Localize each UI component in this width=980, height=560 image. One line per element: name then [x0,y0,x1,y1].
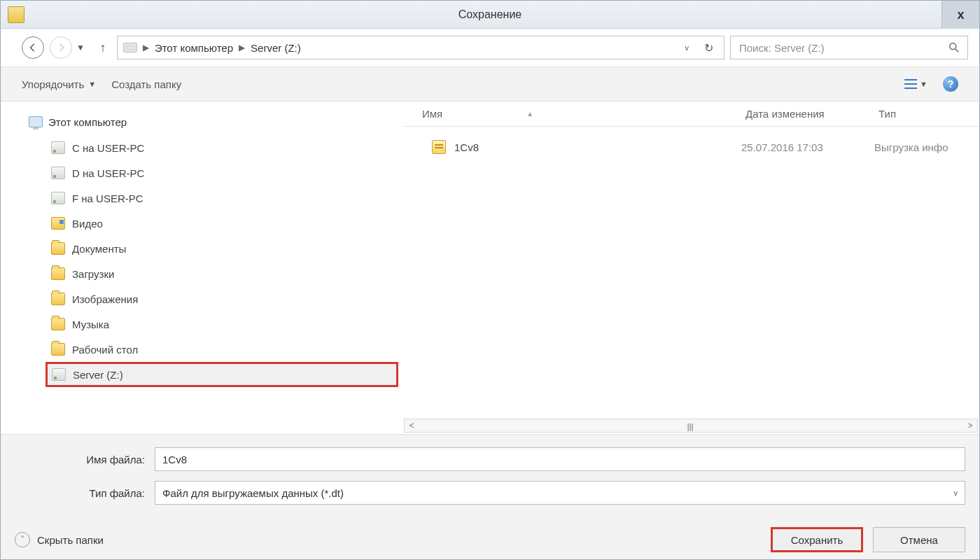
folder-tree: Этот компьютер C на USER-PCD на USER-PCF… [1,102,404,434]
help-button[interactable]: ? [943,76,958,92]
filename-row: Имя файла: [15,447,965,471]
address-bar[interactable]: ▶ Этот компьютер ▶ Server (Z:) v ↻ [117,36,724,59]
filetype-row: Тип файла: Файл для выгружаемых данных (… [15,481,965,505]
tree-item-label: Рабочий стол [72,344,138,356]
window-title: Сохранение [1,8,979,21]
list-view-icon [904,79,917,89]
svg-line-1 [955,49,959,52]
breadcrumb-root[interactable]: Этот компьютер [155,42,233,54]
column-header-date[interactable]: Дата изменения [741,108,874,120]
close-button[interactable]: x [941,1,979,29]
file-list-pane: Имя ▲ Дата изменения Тип 1Cv825.07.2016 … [404,102,979,434]
horizontal-scrollbar[interactable]: < Ⅲ > [404,419,978,433]
nav-history-dropdown[interactable]: ▼ [76,43,85,52]
folder-icon [51,318,65,330]
column-headers: Имя ▲ Дата изменения Тип [404,102,979,127]
drive-icon [52,368,66,381]
tree-item-label: Видео [72,218,103,230]
scroll-left-button[interactable]: < [405,421,419,430]
tree-item[interactable]: Server (Z:) [46,362,398,387]
filetype-select[interactable]: Файл для выгружаемых данных (*.dt) v [155,481,965,505]
organize-label: Упорядочить [22,78,84,90]
tree-item[interactable]: Изображения [46,286,398,312]
hide-folders-toggle[interactable]: ˄ Скрыть папки [15,532,104,547]
save-dialog: Сохранение x ▼ ↑ ▶ Этот компьютер ▶ Serv… [0,0,980,560]
tree-item[interactable]: D на USER-PC [46,160,398,186]
app-icon [8,6,24,23]
folder-icon [51,267,65,280]
tree-root-this-pc[interactable]: Этот компьютер [29,111,398,132]
column-header-type[interactable]: Тип [874,108,979,120]
new-folder-label: Создать папку [111,78,181,90]
file-name: 1Cv8 [454,141,479,153]
file-date: 25.07.2016 17:03 [741,141,874,153]
tree-item-label: Изображения [72,293,138,305]
view-options-button[interactable]: ▼ [904,79,927,89]
scroll-track[interactable]: Ⅲ [419,421,963,430]
tree-item-label: Документы [72,243,126,255]
toolbar: Упорядочить ▼ Создать папку ▼ ? [1,66,979,102]
tree-item[interactable]: Загрузки [46,261,398,286]
tree-root-label: Этот компьютер [48,116,127,128]
filename-input[interactable] [155,447,965,471]
tree-item[interactable]: C на USER-PC [46,135,398,160]
bottom-panel: Имя файла: Тип файла: Файл для выгружаем… [1,434,979,559]
nav-forward-button [50,36,72,59]
address-dropdown[interactable]: v [680,43,695,52]
filename-label: Имя файла: [15,454,155,465]
drive-icon [51,167,65,179]
tree-item[interactable]: Рабочий стол [46,337,398,362]
sort-asc-icon: ▲ [526,110,533,118]
action-row: ˄ Скрыть папки Сохранить Отмена [15,514,965,552]
media-icon [51,217,65,230]
nav-row: ▼ ↑ ▶ Этот компьютер ▶ Server (Z:) v ↻ [1,29,979,66]
chevron-down-icon: ▼ [88,80,96,88]
title-bar: Сохранение x [1,1,979,29]
chevron-down-icon: v [954,489,958,497]
tree-item[interactable]: Музыка [46,312,398,337]
tree-item-label: F на USER-PC [72,192,144,204]
save-button[interactable]: Сохранить [771,527,863,552]
hide-folders-label: Скрыть папки [37,534,104,546]
filetype-label: Тип файла: [15,487,155,499]
arrow-right-icon [56,43,66,52]
search-input[interactable] [738,41,948,55]
tree-item-label: Музыка [72,318,109,330]
drive-icon [51,192,65,204]
nav-back-button[interactable] [22,36,44,59]
tree-item-label: D на USER-PC [72,167,144,179]
scroll-right-button[interactable]: > [963,421,977,430]
scroll-grip-icon: Ⅲ [676,421,706,430]
drive-icon [123,43,137,52]
folder-icon [51,343,65,356]
folder-icon [51,293,65,305]
tree-item[interactable]: F на USER-PC [46,186,398,211]
computer-icon [29,116,43,127]
folder-icon [51,242,65,255]
organize-button[interactable]: Упорядочить ▼ [22,78,96,90]
tree-item-label: Загрузки [72,268,114,280]
file-row[interactable]: 1Cv825.07.2016 17:03Выгрузка инфо [404,134,979,160]
tree-item-label: Server (Z:) [73,369,123,381]
search-icon [948,41,960,54]
main-area: Этот компьютер C на USER-PCD на USER-PCF… [1,102,979,434]
new-folder-button[interactable]: Создать папку [111,78,181,90]
arrow-left-icon [28,43,38,52]
tree-item[interactable]: Документы [46,236,398,261]
file-type: Выгрузка инфо [874,141,979,153]
search-box[interactable] [730,36,968,59]
file-icon [432,140,446,154]
filetype-value: Файл для выгружаемых данных (*.dt) [162,487,344,499]
nav-up-button[interactable]: ↑ [94,41,111,55]
column-header-name[interactable]: Имя ▲ [418,108,741,120]
file-list: 1Cv825.07.2016 17:03Выгрузка инфо [404,127,979,419]
chevron-right-icon: ▶ [239,43,245,52]
chevron-down-icon: ▼ [920,80,927,88]
chevron-right-icon: ▶ [143,43,149,52]
drive-icon [51,141,65,154]
cancel-button[interactable]: Отмена [873,527,965,552]
tree-item-label: C на USER-PC [72,142,144,154]
refresh-button[interactable]: ↻ [699,41,718,55]
tree-item[interactable]: Видео [46,211,398,236]
breadcrumb-leaf[interactable]: Server (Z:) [251,42,301,54]
